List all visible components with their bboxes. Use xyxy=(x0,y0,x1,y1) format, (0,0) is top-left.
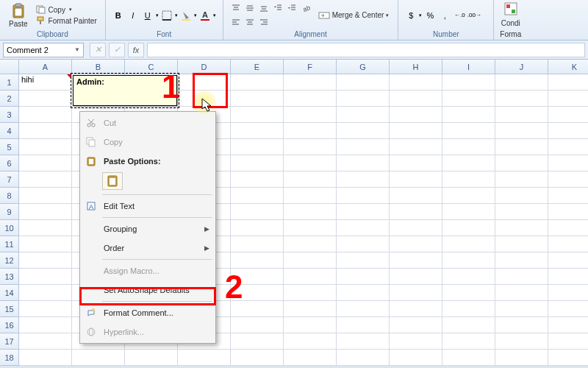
cell[interactable] xyxy=(19,236,72,252)
menu-copy[interactable]: Copy xyxy=(82,132,214,152)
cell[interactable] xyxy=(390,204,442,220)
cell[interactable] xyxy=(548,350,588,366)
column-header[interactable]: E xyxy=(231,60,284,74)
cell[interactable] xyxy=(495,107,548,123)
cell[interactable] xyxy=(19,350,72,366)
cell[interactable] xyxy=(19,269,72,285)
cell[interactable] xyxy=(337,317,390,333)
cell[interactable] xyxy=(495,317,548,333)
cell[interactable] xyxy=(548,333,588,350)
cell[interactable] xyxy=(337,236,390,252)
cell[interactable] xyxy=(231,252,284,269)
bold-button[interactable]: B xyxy=(112,9,125,22)
column-header[interactable]: J xyxy=(495,60,548,74)
cell[interactable] xyxy=(442,317,495,333)
cell[interactable] xyxy=(284,155,337,171)
cell[interactable] xyxy=(442,285,495,301)
cell[interactable] xyxy=(442,252,495,269)
font-color-button[interactable]: A xyxy=(198,9,212,22)
row-header[interactable]: 4 xyxy=(0,123,19,139)
cell[interactable] xyxy=(19,252,72,269)
cell[interactable] xyxy=(495,123,548,139)
cell[interactable] xyxy=(337,171,390,188)
formula-input[interactable] xyxy=(147,43,585,57)
menu-hyperlink[interactable]: Hyperlink... xyxy=(82,322,214,342)
column-header[interactable]: I xyxy=(442,60,495,74)
cell[interactable] xyxy=(442,350,495,366)
cell[interactable] xyxy=(284,204,337,220)
cell[interactable] xyxy=(284,107,337,123)
cell[interactable] xyxy=(390,333,442,350)
row-header[interactable]: 16 xyxy=(0,317,19,333)
cell[interactable] xyxy=(231,317,284,333)
row-header[interactable]: 15 xyxy=(0,301,19,317)
cell[interactable] xyxy=(231,204,284,220)
align-left-button[interactable] xyxy=(229,15,243,29)
cell[interactable] xyxy=(495,188,548,204)
cell[interactable] xyxy=(495,204,548,220)
cell[interactable] xyxy=(284,350,337,366)
decrease-indent-button[interactable] xyxy=(271,1,284,15)
menu-format-comment[interactable]: Format Comment... xyxy=(82,303,214,322)
cell[interactable] xyxy=(548,171,588,188)
row-header[interactable]: 11 xyxy=(0,236,19,252)
cell[interactable] xyxy=(442,171,495,188)
cell[interactable] xyxy=(19,204,72,220)
cell[interactable] xyxy=(442,236,495,252)
row-header[interactable]: 10 xyxy=(0,220,19,236)
cell[interactable] xyxy=(284,269,337,285)
paste-option-button[interactable] xyxy=(102,172,123,190)
cell[interactable] xyxy=(390,74,442,91)
cell[interactable] xyxy=(231,123,284,139)
cell[interactable] xyxy=(442,74,495,91)
cell[interactable] xyxy=(495,91,548,107)
menu-order[interactable]: Order ▶ xyxy=(82,238,214,258)
cell[interactable] xyxy=(19,317,72,333)
cell[interactable] xyxy=(284,171,337,188)
cell[interactable] xyxy=(337,74,390,91)
fx-button[interactable]: fx xyxy=(128,43,144,57)
row-header[interactable]: 5 xyxy=(0,139,19,155)
cell[interactable] xyxy=(231,269,284,285)
cell[interactable] xyxy=(548,269,588,285)
align-center-button[interactable] xyxy=(243,15,257,29)
row-header[interactable]: 7 xyxy=(0,171,19,188)
cell[interactable] xyxy=(284,301,337,317)
cell[interactable] xyxy=(548,123,588,139)
align-middle-button[interactable] xyxy=(243,1,257,15)
cell[interactable] xyxy=(390,317,442,333)
cell[interactable] xyxy=(284,139,337,155)
cell[interactable] xyxy=(548,204,588,220)
cell[interactable] xyxy=(495,220,548,236)
cell[interactable] xyxy=(231,139,284,155)
column-header[interactable]: K xyxy=(548,60,588,74)
cell[interactable] xyxy=(231,333,284,350)
cell[interactable] xyxy=(548,139,588,155)
row-header[interactable]: 17 xyxy=(0,333,19,350)
cell[interactable] xyxy=(19,285,72,301)
cell[interactable] xyxy=(548,188,588,204)
cell[interactable] xyxy=(442,301,495,317)
cell[interactable] xyxy=(178,74,231,91)
cell[interactable] xyxy=(442,107,495,123)
cell[interactable] xyxy=(231,285,284,301)
cell[interactable] xyxy=(548,107,588,123)
comma-button[interactable]: , xyxy=(438,9,451,22)
menu-assign-macro[interactable]: Assign Macro... xyxy=(82,261,214,280)
cell[interactable] xyxy=(231,171,284,188)
cell[interactable] xyxy=(390,171,442,188)
cell[interactable] xyxy=(390,350,442,366)
cell[interactable] xyxy=(337,220,390,236)
column-header[interactable]: C xyxy=(125,60,178,74)
comment-box[interactable]: Admin: xyxy=(73,75,177,106)
cell[interactable] xyxy=(390,285,442,301)
row-header[interactable]: 2 xyxy=(0,91,19,107)
cell[interactable] xyxy=(231,188,284,204)
cell[interactable] xyxy=(337,107,390,123)
cell[interactable] xyxy=(19,333,72,350)
cell[interactable] xyxy=(231,236,284,252)
select-all-corner[interactable] xyxy=(0,60,19,74)
cell[interactable] xyxy=(390,123,442,139)
increase-decimal-button[interactable]: ←.0 xyxy=(453,9,466,22)
cell[interactable] xyxy=(442,123,495,139)
